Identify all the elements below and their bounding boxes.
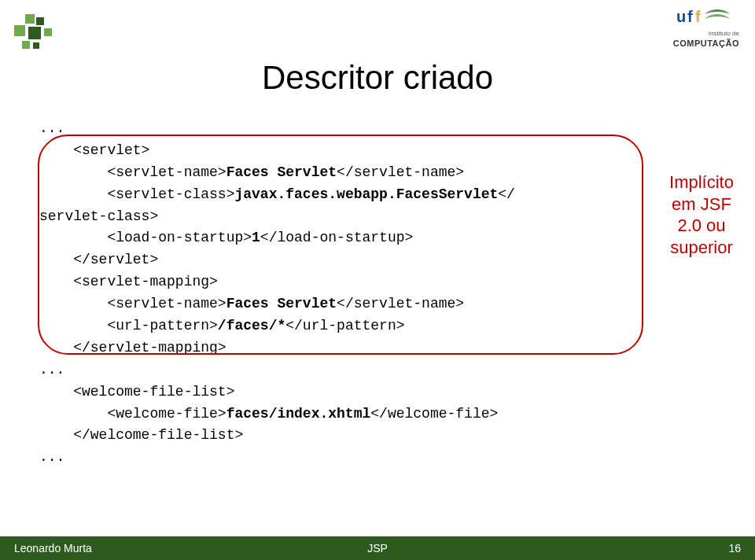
code-line: <welcome-file>	[39, 406, 226, 422]
code-line: <servlet>	[39, 142, 149, 158]
code-bold: javax.faces.webapp.FacesServlet	[234, 186, 498, 202]
code-line: </url-pattern>	[285, 318, 404, 333]
svg-text:f: f	[687, 8, 693, 25]
code-line: </servlet-mapping>	[39, 340, 226, 356]
code-bold: faces/index.xhtml	[226, 406, 371, 422]
code-line: ...	[39, 362, 64, 378]
code-line: </servlet>	[39, 252, 158, 267]
svg-text:f: f	[695, 8, 701, 25]
annotation-line: superior	[662, 237, 741, 259]
code-bold: 1	[252, 230, 260, 245]
code-line: </	[498, 186, 515, 202]
code-line: <load-on-startup>	[39, 230, 252, 245]
logo-subtitle-2: COMPUTAÇÃO	[673, 39, 739, 48]
slide-footer: Leonardo Murta JSP 16	[0, 536, 755, 560]
institute-logo: u f f Instituto de COMPUTAÇÃO	[673, 8, 739, 48]
annotation-line: em JSF	[662, 193, 741, 216]
annotation-line: Implícito	[662, 171, 741, 193]
code-block: ... <servlet> <servlet-name>Faces Servle…	[39, 118, 637, 469]
logo-subtitle-1: Instituto de	[673, 30, 739, 37]
code-line: <servlet-name>	[39, 296, 226, 311]
annotation-text: Implícito em JSF 2.0 ou superior	[662, 171, 741, 258]
code-line: ...	[39, 449, 64, 465]
code-line: <url-pattern>	[39, 318, 218, 333]
code-line: <servlet-name>	[39, 164, 226, 180]
footer-author: Leonardo Murta	[0, 542, 728, 554]
corner-decoration	[14, 14, 61, 61]
slide-title: Descritor criado	[0, 59, 755, 97]
code-line: </load-on-startup>	[260, 230, 413, 245]
code-bold: /faces/*	[218, 318, 285, 333]
footer-page-number: 16	[728, 542, 755, 554]
code-line: <welcome-file-list>	[39, 384, 234, 400]
code-bold: Faces Servlet	[226, 164, 337, 180]
code-line: </welcome-file-list>	[39, 427, 243, 443]
code-line: </welcome-file>	[370, 406, 498, 422]
code-line: <servlet-class>	[39, 186, 234, 202]
annotation-line: 2.0 ou	[662, 215, 741, 237]
svg-text:u: u	[676, 8, 686, 25]
code-line: </servlet-name>	[337, 164, 464, 180]
footer-topic: JSP	[367, 542, 388, 554]
code-line: <servlet-mapping>	[39, 274, 218, 289]
code-line: servlet-class>	[39, 208, 158, 224]
code-bold: Faces Servlet	[226, 296, 337, 311]
code-line: ...	[39, 120, 64, 136]
code-line: </servlet-name>	[337, 296, 464, 311]
